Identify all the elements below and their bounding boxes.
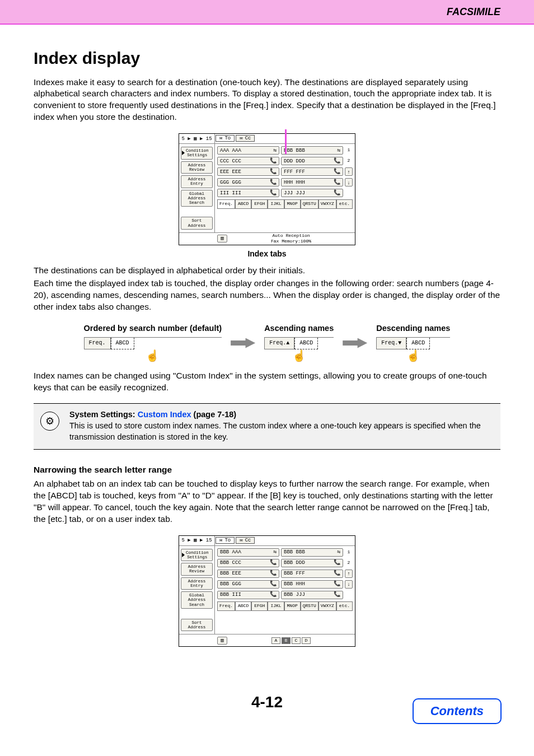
col-head-asc: Ascending names xyxy=(264,323,334,334)
tab-to[interactable]: ✉To xyxy=(216,537,235,544)
scroll-down-button[interactable]: ↓ xyxy=(345,580,353,589)
address-key[interactable]: FFF FFF📞 xyxy=(281,167,343,176)
info-body: This is used to store custom index names… xyxy=(69,421,493,442)
phone-icon: 📞 xyxy=(270,580,277,588)
address-key[interactable]: BBB GGG📞 xyxy=(217,580,279,589)
address-key[interactable]: BBB AAA⇋ xyxy=(217,548,279,557)
sort-asc-icon: ▲ xyxy=(286,340,289,346)
address-key[interactable]: BBB BBB⇋ xyxy=(281,548,343,557)
custom-index-link[interactable]: Custom Index xyxy=(138,410,191,419)
sub-letter-d[interactable]: D xyxy=(302,637,311,644)
group-icon: ⇋ xyxy=(337,147,340,155)
address-key[interactable]: BBB FFF📞 xyxy=(281,570,343,578)
chevron-right-icon xyxy=(182,151,185,155)
phone-icon: 📞 xyxy=(334,157,340,165)
sample-tab-abcd[interactable]: ABCD xyxy=(294,338,318,349)
arrow-up-icon: ↑ xyxy=(348,570,350,577)
address-key[interactable]: EEE EEE📞 xyxy=(217,167,279,176)
preview-icon: ▥ xyxy=(221,637,223,644)
sort-address-button[interactable]: Sort Address xyxy=(181,619,213,632)
index-tab-qrstu[interactable]: QRSTU xyxy=(301,199,318,209)
sort-address-button[interactable]: Sort Address xyxy=(181,217,213,230)
index-tab-freq[interactable]: Freq. xyxy=(217,199,235,209)
condition-settings-button[interactable]: ConditionSettings xyxy=(181,147,213,160)
index-tab-abcd[interactable]: ABCD xyxy=(235,601,251,611)
fax-memory-label: Fax Memory:100% xyxy=(271,239,311,244)
address-key[interactable]: GGG GGG📞 xyxy=(217,178,279,186)
address-key[interactable]: BBB JJJ📞 xyxy=(281,591,343,599)
index-tab-etc[interactable]: etc. xyxy=(336,199,353,209)
index-tab-vwxyz[interactable]: VWXYZ xyxy=(318,601,336,611)
paragraph-2b: Each time the displayed index tab is tou… xyxy=(34,278,500,313)
index-tab-efgh[interactable]: EFGH xyxy=(251,199,268,209)
sort-desc-icon: ▼ xyxy=(398,340,401,346)
index-screenshot-1: 5 ▶ ▦ ▶ 15 ✉To ✉Cc ConditionSettings Add… xyxy=(179,133,355,245)
scroll-down-button[interactable]: ↓ xyxy=(345,178,353,186)
tab-cc[interactable]: ✉Cc xyxy=(236,537,255,544)
index-tab-freq[interactable]: Freq. xyxy=(217,601,235,611)
global-address-search-button[interactable]: GlobalAddress Search xyxy=(181,591,213,609)
page-number-1: 1 xyxy=(345,549,353,556)
index-tab-ijkl[interactable]: IJKL xyxy=(268,601,284,611)
phone-icon: 📞 xyxy=(334,580,340,588)
touch-hand-icon: ☝ xyxy=(264,348,334,363)
phone-icon: 📞 xyxy=(334,179,340,186)
touch-hand-icon: ☝ xyxy=(376,348,450,363)
index-tab-mnop[interactable]: MNOP xyxy=(284,199,301,209)
address-key[interactable]: BBB BBB⇋ xyxy=(281,146,343,155)
index-tab-ijkl[interactable]: IJKL xyxy=(268,199,284,209)
index-screenshot-2: 5 ▶ ▦ ▶ 15 ✉To ✉Cc ConditionSettings Add… xyxy=(179,535,355,647)
address-review-button[interactable]: Address Review xyxy=(181,161,213,174)
index-tab-efgh[interactable]: EFGH xyxy=(251,601,268,611)
address-entry-button[interactable]: Address Entry xyxy=(181,175,213,188)
sub-letter-c[interactable]: C xyxy=(292,637,301,644)
preview-button[interactable]: ▥ xyxy=(217,637,227,645)
cc-icon: ✉ xyxy=(240,537,242,544)
address-key[interactable]: HHH HHH📞 xyxy=(281,178,343,186)
address-review-button[interactable]: Address Review xyxy=(181,563,213,576)
tab-cc[interactable]: ✉Cc xyxy=(236,135,255,142)
address-key[interactable]: CCC CCC📞 xyxy=(217,157,279,165)
address-key[interactable]: BBB EEE📞 xyxy=(217,570,279,578)
index-tab-vwxyz[interactable]: VWXYZ xyxy=(318,199,336,209)
group-icon: ⇋ xyxy=(273,548,277,556)
page-title: Index display xyxy=(34,47,500,70)
sample-tab-freq: Freq.▲ xyxy=(264,338,294,349)
address-key[interactable]: BBB CCC📞 xyxy=(217,559,279,567)
index-tab-qrstu[interactable]: QRSTU xyxy=(301,601,318,611)
phone-icon: 📞 xyxy=(270,168,277,176)
sub-letter-b[interactable]: B xyxy=(282,637,291,644)
preview-button[interactable]: ▥ xyxy=(217,235,227,242)
index-tab-etc[interactable]: etc. xyxy=(336,601,353,611)
page-number-2: 2 xyxy=(345,560,353,566)
address-key[interactable]: DDD DDD📞 xyxy=(281,157,343,165)
info-title-pre: System Settings: xyxy=(69,410,138,419)
address-key[interactable]: III III📞 xyxy=(217,189,279,197)
address-key[interactable]: AAA AAA⇋ xyxy=(217,146,279,155)
sample-tab-abcd[interactable]: ABCD xyxy=(406,338,430,349)
index-tab-abcd[interactable]: ABCD xyxy=(235,199,251,209)
tab-to[interactable]: ✉To xyxy=(216,135,235,142)
scroll-up-button[interactable]: ↑ xyxy=(345,570,353,578)
address-key[interactable]: BBB III📞 xyxy=(217,591,279,599)
address-key[interactable]: BBB DDD📞 xyxy=(281,559,343,567)
sub-letter-a[interactable]: A xyxy=(271,637,280,644)
condition-settings-button[interactable]: ConditionSettings xyxy=(181,549,213,562)
paragraph-2a: The destinations can be displayed in alp… xyxy=(34,265,500,277)
preview-icon: ▥ xyxy=(221,235,223,242)
narrowing-body: An alphabet tab on an index tab can be t… xyxy=(34,478,500,525)
phone-icon: 📞 xyxy=(270,189,277,197)
address-key[interactable]: BBB HHH📞 xyxy=(281,580,343,589)
phone-icon: 📞 xyxy=(334,559,340,567)
contents-button[interactable]: Contents xyxy=(413,698,502,724)
page-number-2: 2 xyxy=(345,158,353,164)
address-key[interactable]: JJJ JJJ📞 xyxy=(281,189,343,197)
scroll-up-button[interactable]: ↑ xyxy=(345,167,353,176)
address-entry-button[interactable]: Address Entry xyxy=(181,577,213,590)
index-tab-mnop[interactable]: MNOP xyxy=(284,601,301,611)
arrow-right-icon xyxy=(231,338,255,348)
sample-tab-freq: Freq. xyxy=(84,338,111,349)
sample-tab-abcd[interactable]: ABCD xyxy=(111,338,134,349)
global-address-search-button[interactable]: GlobalAddress Search xyxy=(181,190,213,207)
envelope-icon: ✉ xyxy=(219,537,222,544)
